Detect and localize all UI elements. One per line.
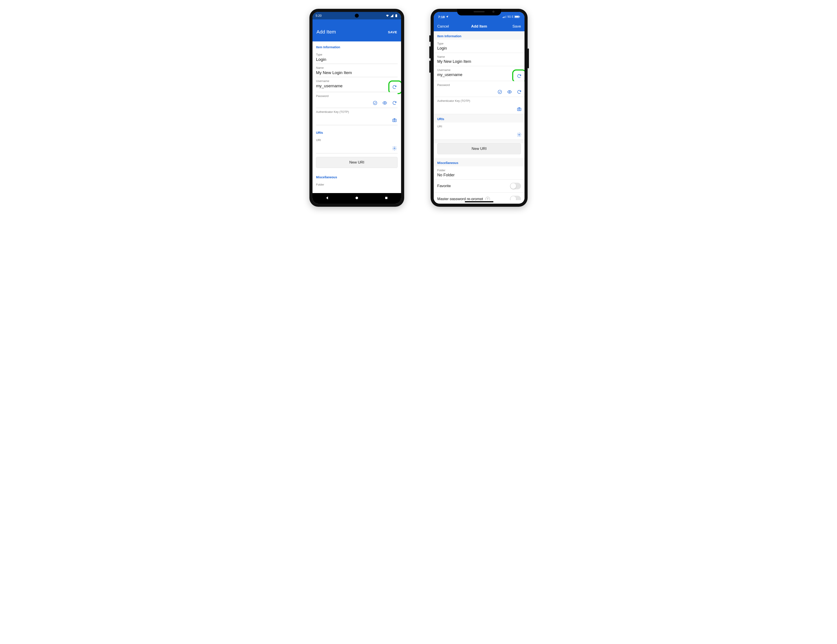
check-circle-icon xyxy=(373,100,377,105)
uri-settings-button[interactable] xyxy=(516,131,522,138)
field-uri[interactable]: URI xyxy=(434,123,525,140)
gear-icon xyxy=(517,132,522,137)
password-label: Password xyxy=(437,83,521,87)
section-misc: Miscellaneous xyxy=(312,171,401,181)
totp-value xyxy=(437,104,521,108)
new-uri-button[interactable]: New URI xyxy=(316,157,397,168)
circle-home-icon xyxy=(354,196,359,200)
folder-label: Folder xyxy=(316,183,397,186)
ios-notch xyxy=(457,9,501,15)
generate-username-button[interactable] xyxy=(516,73,522,79)
help-icon[interactable]: ? xyxy=(486,197,490,200)
page-title: Add Item xyxy=(317,29,336,35)
ios-power-button xyxy=(528,48,529,68)
section-misc: Miscellaneous xyxy=(434,158,525,166)
ios-camera xyxy=(492,11,494,13)
cell-signal-icon xyxy=(503,15,507,18)
field-type[interactable]: Type Login xyxy=(316,51,397,64)
svg-rect-11 xyxy=(505,16,505,18)
name-value: My New Login Item xyxy=(316,70,397,76)
field-folder[interactable]: Folder xyxy=(316,181,397,189)
field-folder[interactable]: Folder No Folder xyxy=(434,166,525,180)
field-password[interactable]: Password xyxy=(316,92,397,108)
nav-recents-button[interactable] xyxy=(384,196,389,201)
toggle-visibility-button[interactable] xyxy=(382,100,388,106)
ios-content[interactable]: Item Information Type Login Name My New … xyxy=(434,31,525,200)
nav-home-button[interactable] xyxy=(354,196,359,201)
check-circle-icon xyxy=(497,89,502,94)
field-name[interactable]: Name My New Login Item xyxy=(434,53,525,66)
svg-rect-1 xyxy=(396,14,397,15)
ios-volume-up xyxy=(429,46,431,58)
password-label: Password xyxy=(316,94,397,98)
reprompt-toggle[interactable] xyxy=(510,196,521,200)
refresh-icon xyxy=(392,85,397,89)
svg-rect-10 xyxy=(504,16,504,18)
nav-back-button[interactable] xyxy=(325,196,330,201)
svg-rect-9 xyxy=(503,17,503,18)
ios-mute-switch xyxy=(429,35,431,42)
type-label: Type xyxy=(316,53,397,56)
scan-totp-button[interactable] xyxy=(516,106,522,112)
field-type[interactable]: Type Login xyxy=(434,39,525,53)
save-button[interactable]: SAVE xyxy=(388,30,397,34)
field-uri[interactable]: URI xyxy=(316,136,397,153)
toggle-visibility-button[interactable] xyxy=(506,89,513,95)
svg-rect-14 xyxy=(515,16,519,17)
uri-value xyxy=(437,129,521,134)
location-icon xyxy=(446,15,449,18)
section-uris: URIs xyxy=(434,114,525,123)
name-label: Name xyxy=(437,55,521,58)
svg-point-3 xyxy=(384,102,386,104)
battery-icon xyxy=(394,14,398,17)
favorite-toggle[interactable] xyxy=(510,183,521,189)
android-screen: 5:20 Add Item SAVE Item Information Type… xyxy=(312,12,401,204)
android-camera-dot xyxy=(355,14,359,18)
check-password-button[interactable] xyxy=(497,89,503,95)
svg-rect-8 xyxy=(385,197,387,199)
camera-icon xyxy=(517,107,522,112)
svg-rect-0 xyxy=(396,15,397,17)
android-app-header: Add Item SAVE xyxy=(312,20,401,41)
svg-point-6 xyxy=(394,148,395,149)
triangle-back-icon xyxy=(325,196,330,200)
generate-password-button[interactable] xyxy=(391,100,397,106)
totp-label: Authenticator Key (TOTP) xyxy=(316,110,397,113)
folder-label: Folder xyxy=(437,169,521,172)
type-value: Login xyxy=(437,46,521,51)
ios-phone-frame: 7:18 5G E Cancel Add Item Save Item Info… xyxy=(431,9,528,207)
username-value: my_username xyxy=(316,84,397,89)
android-content[interactable]: Item Information Type Login Name My New … xyxy=(312,41,401,193)
cancel-button[interactable]: Cancel xyxy=(437,24,449,29)
field-username[interactable]: Username my_username xyxy=(316,77,397,92)
eye-icon xyxy=(382,100,387,105)
save-button[interactable]: Save xyxy=(512,24,521,29)
generate-password-button[interactable] xyxy=(516,89,522,95)
svg-point-20 xyxy=(519,134,520,135)
row-favorite[interactable]: Favorite xyxy=(434,180,525,193)
uri-label: URI xyxy=(437,125,521,128)
name-label: Name xyxy=(316,66,397,69)
scan-totp-button[interactable] xyxy=(391,117,397,123)
field-totp[interactable]: Authenticator Key (TOTP) xyxy=(316,108,397,125)
field-totp[interactable]: Authenticator Key (TOTP) xyxy=(434,97,525,114)
username-label: Username xyxy=(316,79,397,83)
check-password-button[interactable] xyxy=(372,100,378,106)
generate-username-button[interactable] xyxy=(391,84,397,90)
ios-time: 7:18 xyxy=(438,15,445,19)
folder-value: No Folder xyxy=(437,173,521,178)
ios-home-indicator[interactable] xyxy=(465,201,494,202)
favorite-label: Favorite xyxy=(437,184,451,188)
username-label: Username xyxy=(437,68,521,72)
field-password[interactable]: Password xyxy=(434,81,525,97)
reprompt-label: Master password re-prompt xyxy=(437,197,483,200)
uri-settings-button[interactable] xyxy=(391,145,397,151)
ios-speaker xyxy=(474,11,485,12)
field-name[interactable]: Name My New Login Item xyxy=(316,64,397,77)
section-item-info: Item Information xyxy=(312,41,401,51)
type-label: Type xyxy=(437,42,521,45)
new-uri-button[interactable]: New URI xyxy=(437,143,521,154)
row-reprompt[interactable]: Master password re-prompt ? xyxy=(434,193,525,200)
field-username[interactable]: Username my_username xyxy=(434,66,525,81)
ios-screen: 7:18 5G E Cancel Add Item Save Item Info… xyxy=(434,12,525,204)
